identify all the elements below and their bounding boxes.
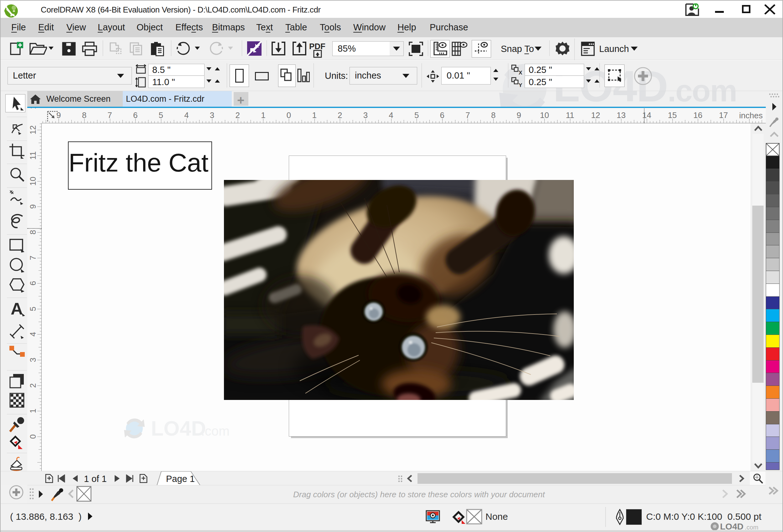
- svg-text:Y: Y: [519, 82, 523, 88]
- svg-text:.com: .com: [745, 524, 758, 530]
- svg-text:LO4D: LO4D: [720, 522, 744, 530]
- svg-text:X: X: [519, 70, 523, 76]
- svg-text:LO4D: LO4D: [151, 417, 206, 440]
- svg-text:A: A: [11, 300, 23, 317]
- svg-text:.com: .com: [201, 424, 229, 438]
